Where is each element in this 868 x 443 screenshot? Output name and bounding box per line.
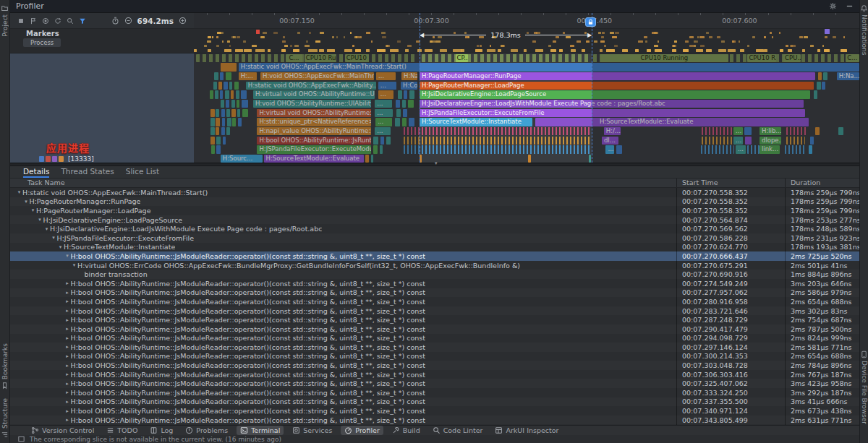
flame-slice[interactable] <box>210 109 215 118</box>
splitter-handle-icon[interactable]: ▾ <box>435 160 438 166</box>
tab-details[interactable]: Details <box>23 166 49 178</box>
flame-slice[interactable] <box>386 137 391 145</box>
flame-slice[interactable]: ... <box>733 127 743 136</box>
flame-slice[interactable] <box>408 100 413 108</box>
table-row[interactable]: ▸H:bool OHOS::AbilityRuntime::JsModuleRe… <box>10 379 859 388</box>
flame-slice[interactable]: ... <box>378 82 396 90</box>
table-row[interactable]: binder transaction00:07.270.690.9161ms 8… <box>10 270 859 279</box>
flame-slice[interactable] <box>225 90 229 99</box>
flame-slice[interactable]: H:static void OHOS::AppExecFwk::Ability.… <box>246 82 376 90</box>
expander-icon[interactable]: ▾ <box>37 217 43 223</box>
table-row[interactable]: ▸H:bool OHOS::AbilityRuntime::JsModuleRe… <box>10 370 859 379</box>
flame-slice[interactable] <box>237 100 240 108</box>
flame-slice[interactable] <box>216 109 219 118</box>
flame-slice[interactable] <box>409 90 414 99</box>
flame-slice[interactable] <box>229 82 233 90</box>
flame-slice[interactable] <box>210 127 215 136</box>
expander-icon[interactable]: ▸ <box>64 408 71 414</box>
flame-slice[interactable] <box>231 100 236 108</box>
flame-slice[interactable] <box>231 90 234 99</box>
flame-slice[interactable] <box>823 72 827 81</box>
tab-slice-list[interactable]: Slice List <box>126 166 159 178</box>
table-row[interactable]: ▾H:PageRouterManager::LoadPage00:07.270.… <box>10 206 859 215</box>
statusbar-item-build[interactable]: Build <box>388 426 424 435</box>
flame-slice[interactable] <box>589 155 591 163</box>
record-icon[interactable] <box>42 17 49 25</box>
flame-slice[interactable]: H:void OHOS::AbilityRuntime::UIAbilityI.… <box>253 100 371 108</box>
flame-slice[interactable]: ... <box>375 109 393 118</box>
table-row[interactable]: ▾H:PageRouterManager::RunPage00:07.270.5… <box>10 197 859 207</box>
flame-slice[interactable]: H:Napi ... <box>401 72 417 81</box>
stop-icon[interactable] <box>17 17 25 25</box>
flame-slice[interactable] <box>380 137 385 145</box>
flame-slice[interactable] <box>210 137 215 145</box>
flame-slice[interactable] <box>404 90 408 99</box>
table-row[interactable]: ▸H:bool OHOS::AbilityRuntime::JsModuleRe… <box>10 306 859 316</box>
table-row[interactable]: ▾H:JsiDeclarativeEngine::LoadPageSource0… <box>10 215 859 225</box>
flame-slice[interactable] <box>365 155 369 163</box>
lock-selection-icon[interactable] <box>585 17 596 27</box>
flame-slice[interactable] <box>234 82 239 90</box>
flame-slice[interactable] <box>528 155 531 163</box>
flame-slice[interactable]: H:void OHOS::AppExecFwk::MainThread::... <box>260 72 374 81</box>
flame-slice[interactable] <box>403 109 407 118</box>
table-row[interactable]: ▾H:bool OHOS::AbilityRuntime::JsModuleRe… <box>10 251 859 261</box>
table-row[interactable]: ▸H:bool OHOS::AbilityRuntime::JsModuleRe… <box>10 315 859 324</box>
table-row[interactable]: ▾H:JsiDeclarativeEngine::LoadJsWithModul… <box>10 224 859 233</box>
flame-slice[interactable]: H:PageRouterManager::LoadPage <box>420 82 814 90</box>
expander-icon[interactable]: ▸ <box>64 371 71 377</box>
flame-slice[interactable]: H:std::unique_ptr<NativeReference> O... <box>257 118 370 126</box>
sidebar-item-structure[interactable]: Structure <box>1 398 9 439</box>
flame-slice[interactable] <box>232 118 236 126</box>
flame-slice[interactable]: ... <box>605 145 613 154</box>
statusbar-item-services[interactable]: Services <box>289 426 336 435</box>
flame-slice[interactable] <box>220 90 224 99</box>
flame-slice[interactable] <box>211 145 215 154</box>
expander-icon[interactable]: ▸ <box>64 353 71 359</box>
time-ruler[interactable]: 00:07.15000:07.30000:07.45000:07.600 <box>194 13 859 28</box>
expander-icon[interactable]: ▸ <box>64 344 71 350</box>
flame-slice[interactable]: H:SourceTextModule::Evaluate <box>264 155 364 163</box>
flame-slice[interactable] <box>210 118 215 126</box>
flame-slice[interactable] <box>221 100 225 108</box>
flame-slice[interactable] <box>226 109 230 118</box>
flame-slice[interactable]: H:JsiDeclarativeEngine::LoadJsWithModule… <box>420 100 804 108</box>
table-row[interactable]: ▾H:virtual OHOS::ErrCode OHOS::AppExecFw… <box>10 261 859 270</box>
flame-slice[interactable]: C... <box>286 54 302 63</box>
flame-slice[interactable] <box>213 82 218 90</box>
flame-slice[interactable] <box>409 118 414 126</box>
flame-slice[interactable] <box>402 100 407 108</box>
flame-slice[interactable] <box>838 127 843 136</box>
statusbar-item-profiler[interactable]: Profiler <box>341 426 383 435</box>
flame-slice[interactable] <box>822 82 825 90</box>
flame-slice[interactable]: CP... <box>456 54 468 63</box>
flame-slice[interactable] <box>815 127 820 136</box>
expander-icon[interactable]: ▾ <box>43 226 50 232</box>
table-row[interactable]: ▾H:SourceTextModule::Instantiate00:07.27… <box>10 243 859 252</box>
zoom-in-icon[interactable] <box>179 17 187 25</box>
sidebar-item-device-file-browser[interactable]: Device File Browser <box>860 350 868 424</box>
flame-slice[interactable] <box>227 118 231 126</box>
flame-slice[interactable] <box>810 137 814 145</box>
column-separator[interactable] <box>676 179 677 187</box>
flame-slice[interactable] <box>216 137 221 145</box>
flame-slice[interactable] <box>237 109 241 118</box>
statusbar-item-log[interactable]: Log <box>146 426 176 435</box>
purple-marker[interactable] <box>825 29 830 34</box>
table-row[interactable]: ▸H:bool OHOS::AbilityRuntime::JsModuleRe… <box>10 361 859 370</box>
table-row[interactable]: ▸H:bool OHOS::AbilityRuntime::JsModuleRe… <box>10 279 859 288</box>
flame-slice[interactable] <box>226 72 231 81</box>
flame-slice[interactable] <box>242 100 247 108</box>
gear-icon[interactable] <box>829 2 837 10</box>
table-row[interactable]: ▸H:bool OHOS::AbilityRuntime::JsModuleRe… <box>10 416 859 425</box>
flame-slice[interactable] <box>396 100 400 108</box>
column-task-name[interactable]: Task Name <box>27 179 65 187</box>
table-row[interactable]: ▾H:static void OHOS::AppExecFwk::MainThr… <box>10 188 859 197</box>
flame-slice[interactable] <box>744 127 752 136</box>
expander-icon[interactable]: ▸ <box>64 290 71 296</box>
flame-slice[interactable]: H:bool OHOS::AbilityRuntime::JsRuntim... <box>257 137 370 145</box>
selection-right-arrow-icon[interactable]: ▶ <box>587 31 592 39</box>
flame-slice[interactable] <box>241 90 246 99</box>
flame-slice[interactable] <box>214 72 218 81</box>
flame-slice[interactable] <box>373 145 378 154</box>
